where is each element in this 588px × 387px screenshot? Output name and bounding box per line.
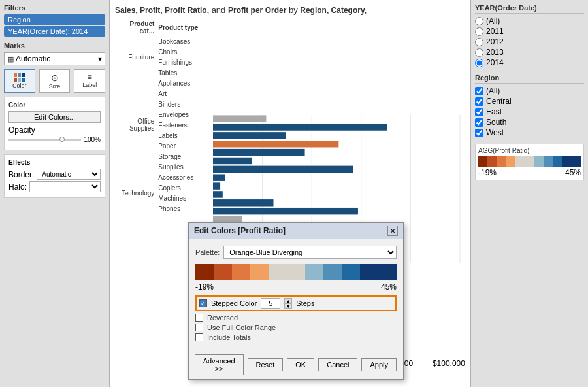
svg-rect-10 <box>213 149 305 156</box>
legend-segment <box>497 156 506 167</box>
subcategory-label: Accessories <box>157 172 213 182</box>
table-row: Office SuppliesAppliances <box>115 78 213 88</box>
svg-rect-8 <box>213 132 286 139</box>
category-label: Office Supplies <box>115 78 157 172</box>
palette-row: Palette: Orange-Blue Diverging <box>195 246 397 259</box>
include-totals-row: Include Totals <box>195 333 397 341</box>
ramp-segment <box>195 264 214 280</box>
legend-segment <box>534 156 544 167</box>
subcategory-label: Tables <box>157 67 213 78</box>
subcategory-label: Storage <box>157 151 213 161</box>
steps-label: Steps <box>296 299 314 307</box>
legend-max: 45% <box>565 168 581 177</box>
region-checkbox-west[interactable] <box>475 129 483 137</box>
year-filter-title: YEAR(Order Date) <box>475 4 584 14</box>
filter-chip-region[interactable]: Region <box>4 14 105 25</box>
ramp-segment <box>250 264 269 280</box>
ramp-segment <box>232 264 250 280</box>
reversed-row: Reversed <box>195 314 397 322</box>
table-row: FurnitureBookcases <box>115 36 213 46</box>
subcategory-label: Phones <box>157 203 213 214</box>
svg-rect-11 <box>213 158 252 164</box>
year-label-2013: 2013 <box>486 48 504 57</box>
region-label-central: Central <box>486 97 512 106</box>
svg-rect-9 <box>213 141 338 147</box>
marks-type-dropdown[interactable]: ▦ Automatic ▾ <box>4 52 105 65</box>
filters-section: Filters Region YEAR(Order Date): 2014 <box>4 4 105 37</box>
steps-stepper: ▲ ▼ <box>284 298 292 309</box>
main-chart-area: Sales, Profit, Profit Ratio, and Profit … <box>110 0 470 387</box>
steps-input[interactable]: 5 <box>261 298 280 309</box>
svg-rect-16 <box>213 199 273 206</box>
region-label-south: South <box>486 118 506 127</box>
size-mark-button[interactable]: ⊙ Size <box>39 69 71 93</box>
reset-button[interactable]: Reset <box>248 358 284 371</box>
x-tick-5: $100,000 <box>433 359 465 368</box>
year-label-2012: 2012 <box>486 37 504 46</box>
apply-button[interactable]: Apply <box>361 358 397 371</box>
year-option-2013: 2013 <box>475 48 584 57</box>
subcategory-label: Copiers <box>157 182 213 193</box>
legend-min: -19% <box>478 168 497 177</box>
palette-select[interactable]: Orange-Blue Diverging <box>223 246 397 259</box>
edit-colors-button[interactable]: Edit Colors... <box>8 111 101 123</box>
profit-ratio-legend: AGG(Profit Ratio) -19% 45% <box>475 144 584 180</box>
subcategory-label: Art <box>157 88 213 99</box>
color-ramp <box>195 264 397 280</box>
svg-rect-12 <box>213 166 353 173</box>
stepped-color-label: Stepped Color <box>211 299 257 307</box>
dialog-title-text: Edit Colors [Profit Ratio] <box>194 226 286 235</box>
color-mark-button[interactable]: Color <box>4 69 35 93</box>
ramp-min: -19% <box>195 282 214 292</box>
steps-down-button[interactable]: ▼ <box>284 303 292 309</box>
region-checkbox-east[interactable] <box>475 108 483 116</box>
include-totals-checkbox[interactable] <box>195 333 203 341</box>
use-full-range-checkbox[interactable] <box>195 324 203 331</box>
ramp-segment <box>360 264 397 280</box>
subcategory-label: Labels <box>157 130 213 141</box>
advanced-button[interactable]: Advanced >> <box>195 354 244 375</box>
border-dropdown[interactable]: Automatic <box>37 169 101 180</box>
year-filter: YEAR(Order Date) (All) 2011 2012 2013 20… <box>475 4 584 67</box>
subcategory-label: Supplies <box>157 161 213 172</box>
steps-up-button[interactable]: ▲ <box>284 298 292 303</box>
year-radio-all[interactable] <box>475 17 483 25</box>
subcategory-label: Machines <box>157 193 213 203</box>
ok-button[interactable]: OK <box>287 358 314 371</box>
region-checkbox-south[interactable] <box>475 118 483 127</box>
subcategory-label: Envelopes <box>157 109 213 120</box>
legend-segment <box>553 156 562 167</box>
color-card: Color Edit Colors... Opacity 100% <box>4 97 105 150</box>
ramp-segment <box>305 264 323 280</box>
filter-chip-year[interactable]: YEAR(Order Date): 2014 <box>4 26 105 37</box>
include-totals-label: Include Totals <box>207 333 251 341</box>
stepped-color-checkbox[interactable]: ✓ <box>199 299 207 307</box>
dropdown-arrow-icon: ▾ <box>98 54 102 63</box>
year-radio-2014[interactable] <box>475 59 483 67</box>
color-card-title: Color <box>8 101 101 109</box>
reversed-checkbox[interactable] <box>195 314 203 322</box>
use-full-range-row: Use Full Color Range <box>195 324 397 331</box>
label-mark-button[interactable]: ≡ Label <box>74 69 105 93</box>
subcategory-label: Paper <box>157 141 213 151</box>
dialog-body: Palette: Orange-Blue Diverging -19% 45% <box>189 239 403 350</box>
label-button-label: Label <box>76 82 103 88</box>
region-checkbox-all[interactable] <box>475 87 483 95</box>
region-checkbox-central[interactable] <box>475 97 483 106</box>
halo-dropdown[interactable] <box>29 181 101 192</box>
legend-segment <box>487 156 497 167</box>
subcategory-label: Binders <box>157 99 213 109</box>
subcategory-label: Fasteners <box>157 120 213 130</box>
region-option-central: Central <box>475 97 584 106</box>
ramp-segment <box>269 264 305 280</box>
palette-label: Palette: <box>195 248 220 256</box>
cancel-button[interactable]: Cancel <box>318 358 357 371</box>
dialog-close-button[interactable]: ✕ <box>387 226 398 236</box>
year-radio-2013[interactable] <box>475 48 483 57</box>
year-radio-2011[interactable] <box>475 27 483 36</box>
year-option-2014: 2014 <box>475 58 584 67</box>
ramp-segment <box>214 264 232 280</box>
year-radio-2012[interactable] <box>475 38 483 46</box>
opacity-label: Opacity <box>8 126 35 135</box>
opacity-value: 100% <box>84 136 101 143</box>
